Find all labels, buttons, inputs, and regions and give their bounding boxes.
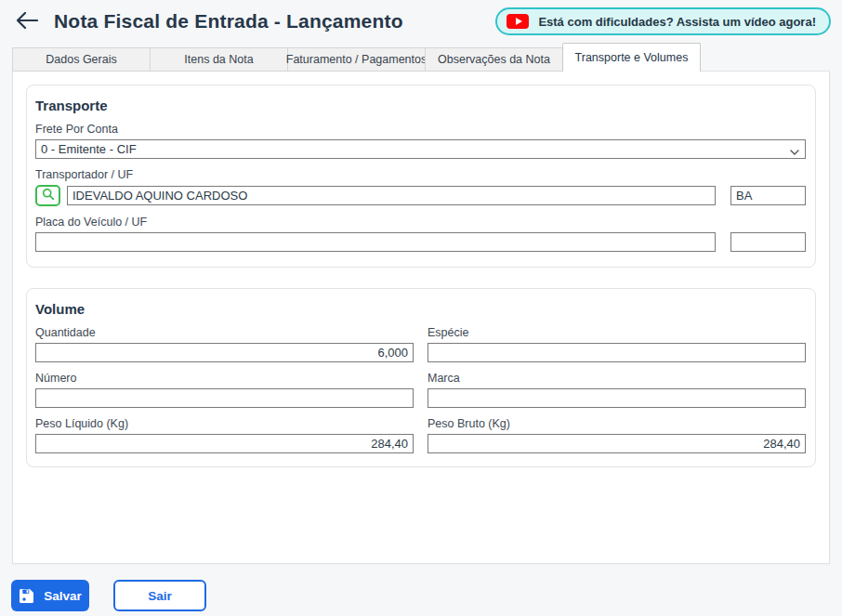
quantidade-input[interactable] [35,343,414,362]
exit-button[interactable]: Sair [113,580,206,611]
frete-por-conta-select[interactable]: 0 - Emitente - CIF [35,139,806,159]
frete-por-conta-label: Frete Por Conta [35,123,806,136]
placa-label: Placa do Veículo / UF [35,216,806,229]
tab-dados-gerais[interactable]: Dados Gerais [12,47,151,72]
peso-bruto-label: Peso Bruto (Kg) [428,417,806,430]
tab-observacoes-da-nota[interactable]: Observações da Nota [425,47,563,72]
especie-label: Espécie [428,326,806,339]
volume-section: Volume Quantidade Espécie Número Marca P… [26,288,816,467]
peso-liquido-field: Peso Líquido (Kg) [35,417,414,453]
tab-itens-da-nota[interactable]: Itens da Nota [150,47,288,72]
placa-uf-input[interactable] [730,232,806,252]
transporte-section: Transporte Frete Por Conta 0 - Emitente … [26,85,816,268]
peso-bruto-input[interactable] [428,434,806,453]
transportador-label: Transportador / UF [35,168,806,181]
exit-button-label: Sair [148,589,172,603]
quantidade-field: Quantidade [35,326,414,362]
help-video-label: Está com dificuldades? Assista um vídeo … [538,15,816,29]
especie-field: Espécie [428,326,806,362]
save-button[interactable]: Salvar [11,580,89,611]
transportador-uf-input[interactable] [730,186,806,205]
transportador-search-button[interactable] [35,185,60,206]
peso-liquido-label: Peso Líquido (Kg) [35,417,414,430]
page-title: Nota Fiscal de Entrada - Lançamento [54,10,403,33]
marca-label: Marca [428,372,806,385]
numero-field: Número [35,372,414,408]
tab-transporte-e-volumes[interactable]: Transporte e Volumes [562,43,701,72]
back-button[interactable] [13,7,41,35]
floppy-disk-icon [19,588,34,604]
tab-faturamento-pagamentos[interactable]: Faturamento / Pagamentos [287,47,426,72]
transportador-input[interactable] [67,186,716,205]
numero-input[interactable] [35,388,414,408]
marca-input[interactable] [428,388,806,408]
volume-heading: Volume [35,301,806,317]
frete-por-conta-field: Frete Por Conta 0 - Emitente - CIF [35,123,806,159]
peso-liquido-input[interactable] [35,434,414,453]
search-icon [42,188,55,203]
youtube-play-icon [507,14,529,29]
placa-field: Placa do Veículo / UF [35,216,806,252]
arrow-left-icon [16,12,38,32]
especie-input[interactable] [428,343,806,362]
page-header: Nota Fiscal de Entrada - Lançamento Está… [0,0,842,43]
save-button-label: Salvar [44,589,82,603]
quantidade-label: Quantidade [35,326,414,339]
tab-content-panel: Transporte Frete Por Conta 0 - Emitente … [12,71,830,564]
transportador-field: Transportador / UF [35,168,806,206]
transporte-heading: Transporte [35,98,806,113]
numero-label: Número [35,372,414,385]
help-video-button[interactable]: Está com dificuldades? Assista um vídeo … [495,7,831,35]
placa-input[interactable] [35,232,716,252]
tab-bar: Dados Gerais Itens da Nota Faturamento /… [12,43,830,72]
peso-bruto-field: Peso Bruto (Kg) [428,417,806,453]
footer-actions: Salvar Sair [11,580,842,611]
marca-field: Marca [428,372,806,408]
